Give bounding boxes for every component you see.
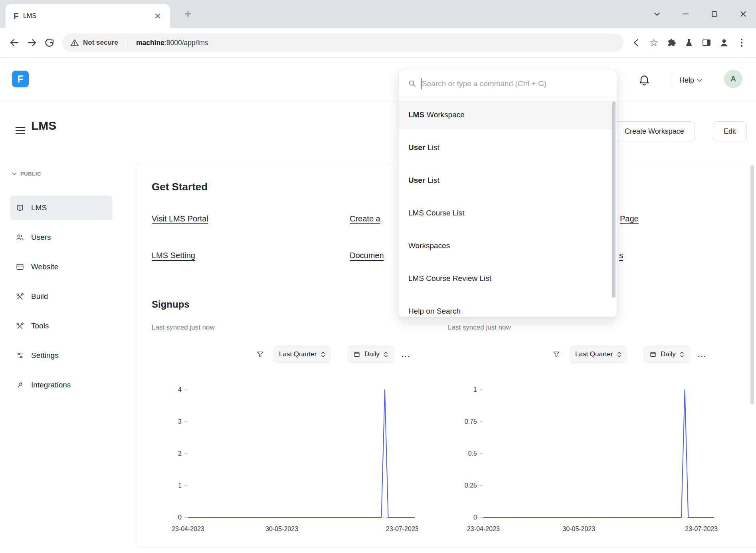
text-caret: [421, 78, 422, 89]
sidebar-item-build[interactable]: Build: [10, 284, 113, 309]
enrollments-more-menu[interactable]: ...: [698, 345, 707, 363]
search-results: LMSWorkspace UserList UserList LMS Cours…: [399, 97, 617, 317]
svg-text:23-04-2023: 23-04-2023: [172, 525, 204, 532]
integrations-icon: [16, 381, 24, 389]
minimize-icon[interactable]: [680, 8, 691, 20]
search-result-lms-course-list[interactable]: LMS Course List: [399, 199, 617, 227]
chevron-down-icon: [12, 172, 17, 176]
sidebar-item-lms[interactable]: LMS: [10, 196, 113, 220]
url-path: :8000/app/lms: [164, 39, 208, 47]
edit-button[interactable]: Edit: [713, 121, 747, 141]
user-avatar[interactable]: A: [724, 70, 742, 88]
result-bold: User: [408, 176, 425, 185]
forward-icon[interactable]: [23, 34, 41, 51]
search-result-workspaces[interactable]: Workspaces: [399, 231, 617, 260]
sidebar-item-label: Integrations: [31, 381, 71, 389]
share-icon[interactable]: [627, 34, 645, 51]
address-bar[interactable]: Not secure machine:8000/app/lms: [62, 34, 623, 52]
signups-last-synced: Last synced just now: [152, 324, 215, 332]
browser-tab[interactable]: F LMS: [6, 4, 170, 28]
frappe-favicon: F: [14, 12, 23, 21]
result-text: List: [427, 176, 439, 185]
settings-icon: [16, 351, 24, 360]
link-fragment-s[interactable]: s: [619, 251, 623, 260]
svg-text:30-05-2023: 30-05-2023: [265, 525, 298, 532]
link-fragment-page[interactable]: Page: [620, 214, 639, 223]
link-lms-setting[interactable]: LMS Setting: [152, 251, 195, 260]
sidebar-item-settings[interactable]: Settings: [10, 343, 113, 368]
link-documen[interactable]: Documen: [350, 251, 384, 260]
search-result-help-on-search[interactable]: Help on Search: [399, 297, 617, 317]
svg-text:0: 0: [473, 514, 477, 521]
enrollments-last-synced: Last synced just now: [448, 324, 511, 332]
sidebar-toggle-icon[interactable]: [15, 126, 26, 135]
page-title: LMS: [31, 119, 56, 132]
result-text: Workspaces: [408, 241, 450, 250]
get-started-title: Get Started: [152, 181, 208, 193]
search-result-user-list-2[interactable]: UserList: [399, 166, 617, 195]
interval-value: Daily: [364, 350, 380, 358]
page-scrollbar[interactable]: [750, 165, 754, 405]
tab-close-icon[interactable]: [152, 10, 164, 22]
tab-search-chevron-icon[interactable]: [651, 8, 663, 20]
sidebar-item-label: Settings: [31, 351, 59, 360]
create-workspace-button[interactable]: Create Workspace: [614, 121, 695, 141]
beaker-extension-icon[interactable]: [680, 34, 698, 51]
signups-line-chart: 0123423-04-202330-05-202323-07-2023: [148, 383, 420, 538]
result-text: Workspace: [427, 111, 465, 119]
sidebar-section-label: PUBLIC: [20, 171, 41, 177]
help-menu[interactable]: Help: [679, 75, 702, 86]
search-result-user-list[interactable]: UserList: [399, 133, 617, 162]
sidebar-item-website[interactable]: Website: [10, 255, 113, 279]
extensions-puzzle-icon[interactable]: [663, 34, 680, 51]
sidebar-item-integrations[interactable]: Integrations: [10, 373, 113, 397]
signups-range-select[interactable]: Last Quarter: [273, 345, 331, 363]
svg-text:23-07-2023: 23-07-2023: [386, 525, 419, 532]
enrollments-interval-select[interactable]: Daily: [643, 345, 690, 363]
url-host: machine: [136, 39, 164, 47]
svg-text:0.75: 0.75: [465, 418, 477, 425]
bookmark-star-icon[interactable]: ☆: [645, 34, 663, 51]
link-create-a[interactable]: Create a: [350, 214, 380, 223]
maximize-icon[interactable]: [709, 8, 720, 20]
browser-toolbar: Not secure machine:8000/app/lms ☆: [0, 28, 756, 58]
sidebar-item-users[interactable]: Users: [10, 225, 113, 250]
browser-menu-kebab-icon[interactable]: [733, 34, 750, 51]
range-value: Last Quarter: [279, 350, 317, 358]
svg-text:4: 4: [178, 386, 182, 393]
signups-more-menu[interactable]: ...: [402, 345, 411, 363]
result-text: LMS Course List: [408, 209, 464, 217]
side-panel-icon[interactable]: [698, 34, 715, 51]
omnibox-divider: [127, 38, 127, 48]
sidebar-section-public[interactable]: PUBLIC: [12, 171, 41, 177]
browser-profile-icon[interactable]: [715, 34, 733, 51]
filter-icon[interactable]: [547, 345, 566, 363]
dropdown-scrollbar[interactable]: [612, 101, 615, 298]
svg-text:23-07-2023: 23-07-2023: [685, 525, 718, 532]
link-visit-lms-portal[interactable]: Visit LMS Portal: [152, 214, 208, 223]
search-result-lms-course-review-list[interactable]: LMS Course Review List: [399, 264, 617, 293]
sidebar-item-label: Users: [31, 233, 51, 242]
range-value: Last Quarter: [575, 350, 613, 358]
not-secure-warning-icon: [70, 38, 79, 47]
frappe-logo[interactable]: F: [12, 71, 29, 87]
filter-icon[interactable]: [251, 345, 269, 363]
search-row: [399, 70, 617, 97]
global-search-input[interactable]: [422, 79, 607, 88]
signups-interval-select[interactable]: Daily: [347, 345, 394, 363]
back-icon[interactable]: [6, 34, 23, 51]
svg-text:0.25: 0.25: [465, 482, 477, 489]
url-text[interactable]: machine:8000/app/lms: [136, 39, 208, 47]
search-result-lms-workspace[interactable]: LMSWorkspace: [399, 101, 617, 129]
result-bold: User: [408, 143, 425, 152]
close-window-icon[interactable]: [738, 8, 749, 20]
enrollments-range-select[interactable]: Last Quarter: [569, 345, 627, 363]
reload-icon[interactable]: [41, 34, 58, 51]
notifications-bell-icon[interactable]: [638, 74, 651, 87]
not-secure-label[interactable]: Not secure: [83, 39, 118, 47]
svg-text:3: 3: [178, 418, 182, 425]
search-icon: [408, 80, 416, 88]
new-tab-button[interactable]: [180, 6, 196, 22]
sidebar-item-tools[interactable]: Tools: [10, 314, 113, 338]
sidebar-item-label: Build: [31, 292, 48, 301]
